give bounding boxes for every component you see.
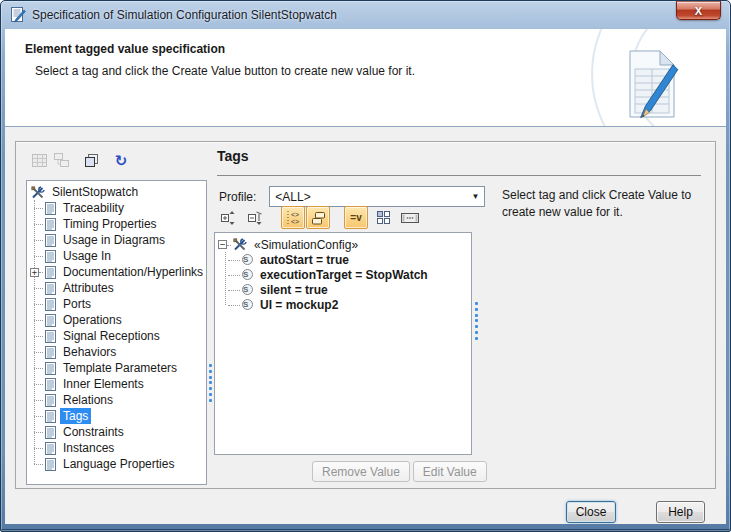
tree-connector bbox=[31, 216, 45, 232]
tree-item-label: Documentation/Hyperlinks bbox=[60, 264, 206, 280]
tag-value-executiontarget[interactable]: SexecutionTarget = StopWatch bbox=[215, 267, 471, 282]
tree-connector bbox=[225, 297, 242, 313]
close-button[interactable]: Close bbox=[566, 501, 616, 523]
document-icon bbox=[45, 266, 56, 279]
value-buttons: Remove Value Edit Value bbox=[312, 461, 487, 482]
tree-connector bbox=[31, 408, 45, 424]
tree-item-label: Inner Elements bbox=[60, 376, 147, 392]
collapse-nodes-icon[interactable] bbox=[243, 206, 267, 229]
document-icon bbox=[45, 202, 56, 215]
refresh-icon[interactable]: ↻ bbox=[110, 149, 132, 171]
tree-item-label: Signal Receptions bbox=[60, 328, 163, 344]
tree-connector bbox=[31, 312, 45, 328]
tree-item-usage-in-diagrams[interactable]: Usage in Diagrams bbox=[27, 232, 206, 248]
specification-document-icon bbox=[10, 7, 26, 23]
tree-item-label: Traceability bbox=[60, 200, 127, 216]
profile-select[interactable]: <ALL> ▼ bbox=[269, 186, 485, 207]
tree-connector bbox=[31, 200, 45, 216]
tag-value-label: silent = true bbox=[257, 282, 331, 298]
tree-connector bbox=[225, 267, 242, 283]
tree-item-silentstopwatch[interactable]: SilentStopwatch bbox=[27, 184, 206, 200]
header-subtitle: Select a tag and click the Create Value … bbox=[35, 64, 415, 78]
tree-item-label: Operations bbox=[60, 312, 125, 328]
tree-connector bbox=[225, 282, 242, 298]
tree-item-label: Relations bbox=[60, 392, 116, 408]
tree-item-tags[interactable]: Tags bbox=[27, 408, 206, 424]
tag-value-silent[interactable]: Ssilent = true bbox=[215, 282, 471, 297]
tag-value-label: autoStart = true bbox=[257, 252, 352, 268]
tag-value-label: UI = mockup2 bbox=[257, 297, 341, 313]
table-icon[interactable] bbox=[28, 149, 50, 171]
tree-item-label: Language Properties bbox=[60, 456, 177, 472]
tree-item-ports[interactable]: Ports bbox=[27, 296, 206, 312]
slot-icon: S bbox=[242, 254, 253, 265]
expander-plus-icon[interactable]: + bbox=[30, 268, 39, 277]
tag-value-ui[interactable]: SUI = mockup2 bbox=[215, 297, 471, 312]
wrench-icon bbox=[233, 238, 247, 251]
tree-connector bbox=[31, 360, 45, 376]
expand-nodes-icon[interactable] bbox=[216, 206, 240, 229]
show-tags-tree-icon[interactable]: <><> bbox=[281, 206, 305, 229]
tree-item-operations[interactable]: Operations bbox=[27, 312, 206, 328]
document-icon bbox=[45, 330, 56, 343]
tree-item-label: Constraints bbox=[60, 424, 127, 440]
tree-connector bbox=[31, 232, 45, 248]
tree-item-traceability[interactable]: Traceability bbox=[27, 200, 206, 216]
svg-text:<>: <> bbox=[291, 211, 299, 218]
tree-item-label: Usage in Diagrams bbox=[60, 232, 168, 248]
main-content-panel: ↻ SilentStopwatchTraceabilityTiming Prop… bbox=[15, 141, 716, 489]
tree-item-language-properties[interactable]: Language Properties bbox=[27, 456, 206, 472]
tree-item-label: Tags bbox=[60, 408, 91, 424]
group-by-hierarchy-icon[interactable] bbox=[306, 206, 330, 229]
tree-item-behaviors[interactable]: Behaviors bbox=[27, 344, 206, 360]
tree-connector bbox=[31, 296, 45, 312]
tree-item-attributes[interactable]: Attributes bbox=[27, 280, 206, 296]
tags-panel-heading: Tags bbox=[217, 148, 249, 164]
tag-value-autostart[interactable]: SautoStart = true bbox=[215, 252, 471, 267]
tree-item-usage-in[interactable]: Usage In bbox=[27, 248, 206, 264]
edit-value-button[interactable]: Edit Value bbox=[413, 461, 487, 482]
stereotype-label: «SimulationConfig» bbox=[251, 237, 361, 253]
help-button[interactable]: Help bbox=[656, 501, 705, 523]
tree-connector bbox=[31, 424, 45, 440]
tree-item-documentation-hyperlinks[interactable]: +Documentation/Hyperlinks bbox=[27, 264, 206, 280]
copy-icon[interactable] bbox=[80, 149, 102, 171]
profile-label: Profile: bbox=[219, 190, 256, 204]
tree-item-signal-receptions[interactable]: Signal Receptions bbox=[27, 328, 206, 344]
grid-view-icon[interactable] bbox=[371, 206, 395, 229]
close-window-button[interactable]: X bbox=[676, 1, 721, 20]
slot-icon: S bbox=[242, 284, 253, 295]
tree-item-inner-elements[interactable]: Inner Elements bbox=[27, 376, 206, 392]
dialog-body: Element tagged value specification Selec… bbox=[5, 29, 726, 524]
header-title: Element tagged value specification bbox=[25, 42, 225, 56]
tree-connector bbox=[31, 344, 45, 360]
tree-connector bbox=[227, 237, 233, 253]
tag-value-label: executionTarget = StopWatch bbox=[257, 267, 431, 283]
document-icon bbox=[45, 346, 56, 359]
tree-item-timing-properties[interactable]: Timing Properties bbox=[27, 216, 206, 232]
tree-connector bbox=[39, 264, 45, 280]
show-default-values-icon[interactable]: =v bbox=[344, 206, 368, 229]
show-empty-slots-icon[interactable] bbox=[398, 206, 422, 229]
tree-connector bbox=[31, 248, 45, 264]
titlebar[interactable]: Specification of Simulation Configuratio… bbox=[1, 1, 730, 29]
document-icon bbox=[45, 282, 56, 295]
tree-item-template-parameters[interactable]: Template Parameters bbox=[27, 360, 206, 376]
heading-divider bbox=[217, 175, 701, 176]
document-icon bbox=[45, 314, 56, 327]
right-splitter-handle[interactable] bbox=[475, 302, 480, 340]
slot-icon: S bbox=[242, 299, 253, 310]
expander-minus-icon[interactable]: − bbox=[218, 240, 227, 249]
document-icon bbox=[45, 234, 56, 247]
slot-icon: S bbox=[242, 269, 253, 280]
tree-item-constraints[interactable]: Constraints bbox=[27, 424, 206, 440]
tree-connector bbox=[31, 376, 45, 392]
remove-value-button[interactable]: Remove Value bbox=[312, 461, 410, 482]
tag-stereotype-node[interactable]: −«SimulationConfig» bbox=[215, 237, 471, 252]
tree-item-instances[interactable]: Instances bbox=[27, 440, 206, 456]
hierarchy-icon[interactable] bbox=[50, 149, 72, 171]
tree-item-relations[interactable]: Relations bbox=[27, 392, 206, 408]
window-title: Specification of Simulation Configuratio… bbox=[32, 8, 337, 22]
chevron-down-icon: ▼ bbox=[471, 192, 479, 201]
document-icon bbox=[45, 458, 56, 471]
